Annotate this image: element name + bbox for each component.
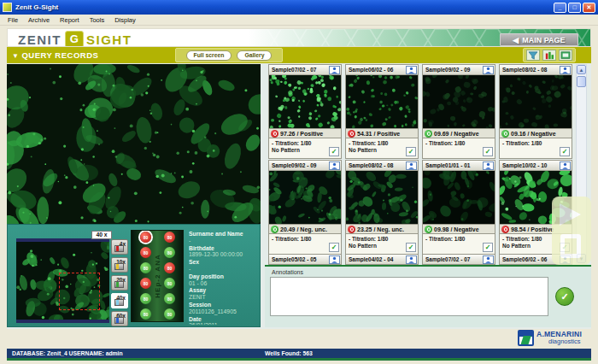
navigator-thumbnail[interactable]	[16, 238, 109, 323]
well-right-6[interactable]: 80	[164, 308, 175, 320]
objective-icon	[114, 263, 124, 270]
caret-down-icon[interactable]: ▼	[12, 52, 19, 60]
positive-status-icon	[348, 226, 355, 233]
well-right-1[interactable]: 80	[164, 232, 175, 243]
sample-card[interactable]: Sample06/02 - 0654.31 / Positive- Titrat…	[345, 64, 419, 159]
filter-icon[interactable]	[526, 50, 540, 61]
annotations-input[interactable]	[270, 277, 548, 316]
menu-display[interactable]: Display	[109, 15, 141, 25]
card-header: Sample09/02 - 09	[423, 65, 495, 75]
well-left-5[interactable]: 80	[140, 293, 151, 304]
menu-bar: FileArchiveReportToolsDisplay	[0, 15, 598, 26]
result-bar: 54.31 / Positive	[346, 128, 418, 138]
magnification-40x-button[interactable]: 40x	[111, 293, 128, 308]
confirm-check-icon[interactable]: ✓	[406, 147, 416, 156]
menu-report[interactable]: Report	[55, 15, 85, 25]
patient-icon[interactable]	[329, 255, 340, 264]
result-value: 09.69 / Negative	[434, 131, 479, 137]
patient-icon[interactable]	[329, 161, 340, 170]
card-header: Sample07/02 - 07	[269, 65, 341, 75]
logo-g: G	[65, 31, 84, 47]
patient-icon[interactable]	[406, 255, 417, 264]
patient-icon[interactable]	[406, 161, 417, 170]
confirm-check-icon[interactable]: ✓	[560, 147, 570, 156]
confirm-check-icon[interactable]: ✓	[483, 243, 493, 252]
patient-icon[interactable]	[560, 161, 571, 170]
confirm-check-icon[interactable]: ✓	[406, 243, 416, 252]
result-value: 54.31 / Positive	[357, 131, 400, 137]
sample-card[interactable]: Sample08/02 - 0823.25 / Neg. unc.- Titra…	[345, 160, 419, 255]
menu-file[interactable]: File	[3, 15, 23, 25]
well-right-3[interactable]: 80	[164, 262, 175, 273]
sample-card[interactable]: Sample09/02 - 0920.49 / Neg. unc.- Titra…	[268, 160, 342, 255]
well-right-4[interactable]: 80	[164, 278, 175, 289]
logo-zenit: ZENIT	[18, 32, 62, 47]
slide-wells-strip[interactable]: HEp-2 ANA 808080808080808080808080	[131, 230, 184, 322]
sample-card[interactable]: Sample09/02 - 0909.69 / Negative- Titrat…	[422, 64, 495, 159]
sample-card-partial[interactable]: Sample07/02 - 07	[422, 254, 495, 265]
patient-icon[interactable]	[560, 66, 571, 74]
magnification-60x-button[interactable]: 60x	[111, 311, 128, 326]
maximize-button[interactable]: □	[568, 3, 581, 13]
gallery-button[interactable]: Gallery	[237, 50, 272, 61]
sample-card[interactable]: Sample07/02 - 0797.26 / Positive- Titrat…	[268, 64, 342, 159]
patient-icon[interactable]	[406, 66, 417, 74]
confirm-check-icon[interactable]: ✓	[329, 147, 339, 156]
well-thumbnail[interactable]	[346, 171, 418, 224]
magnification-20x-button[interactable]: 20x	[111, 275, 128, 291]
sample-card-partial[interactable]: Sample05/02 - 05	[268, 254, 342, 265]
full-screen-button[interactable]: Full screen	[186, 50, 232, 61]
patient-field-value: -	[189, 238, 259, 244]
titration-text: - Titration: 1/80	[425, 140, 493, 147]
scroll-up-icon[interactable]: ▲	[577, 65, 586, 74]
negative-status-icon	[271, 226, 278, 233]
confirm-annotation-button[interactable]: ✓	[555, 287, 574, 306]
histogram-icon[interactable]	[542, 50, 556, 61]
menu-archive[interactable]: Archive	[23, 15, 55, 25]
well-thumbnail[interactable]	[269, 75, 341, 128]
screen-icon[interactable]	[559, 50, 572, 61]
assay-text: HEp-2 ANA	[154, 254, 161, 297]
header-band: ZENIT G SIGHT ◀ MAIN PAGE	[7, 28, 591, 47]
sample-card[interactable]: Sample08/02 - 0809.16 / Negative- Titrat…	[499, 64, 572, 159]
menu-tools[interactable]: Tools	[85, 15, 110, 25]
well-thumbnail[interactable]	[269, 171, 341, 224]
well-thumbnail[interactable]	[423, 75, 495, 128]
patient-icon[interactable]	[329, 66, 340, 74]
well-left-3[interactable]: 80	[140, 262, 151, 273]
patient-icon[interactable]	[483, 66, 494, 74]
back-arrow-icon: ◀	[513, 36, 519, 44]
well-thumbnail[interactable]	[346, 75, 418, 128]
sample-name: Sample06/02 - 06	[502, 256, 560, 262]
magnification-4x-button[interactable]: 4x	[111, 239, 128, 255]
well-thumbnail[interactable]	[500, 75, 572, 128]
patient-field-label: Session	[189, 302, 259, 308]
card-footer: - Titration: 1/80✓	[423, 234, 495, 254]
sample-card[interactable]: Sample01/01 - 0109.98 / Negative- Titrat…	[422, 160, 495, 255]
main-page-button[interactable]: ◀ MAIN PAGE	[500, 33, 578, 46]
well-right-5[interactable]: 80	[164, 293, 175, 304]
confirm-check-icon[interactable]: ✓	[329, 243, 339, 252]
scrollbar-thumb[interactable]	[577, 76, 586, 87]
patient-icon[interactable]	[483, 161, 494, 170]
close-button[interactable]: ✕	[583, 3, 595, 13]
well-left-1[interactable]: 80	[140, 232, 151, 243]
well-left-4[interactable]: 80	[140, 278, 151, 289]
result-value: 20.49 / Neg. unc.	[280, 226, 327, 232]
well-left-2[interactable]: 80	[140, 247, 151, 258]
current-magnification-label: 40 x	[91, 231, 112, 239]
well-left-6[interactable]: 80	[140, 308, 151, 320]
magnification-10x-button[interactable]: 10x	[111, 257, 128, 273]
card-header: Sample10/02 - 10	[500, 161, 572, 171]
result-value: 09.16 / Negative	[511, 131, 556, 137]
card-header: Sample06/02 - 06	[346, 65, 418, 75]
roi-selection-rectangle[interactable]	[59, 273, 100, 310]
patient-icon[interactable]	[483, 255, 494, 264]
minimize-button[interactable]: _	[554, 3, 566, 13]
result-bar: 09.16 / Negative	[500, 128, 572, 138]
well-right-2[interactable]: 80	[164, 247, 175, 258]
well-thumbnail[interactable]	[423, 171, 495, 224]
sample-card-partial[interactable]: Sample04/02 - 04	[345, 254, 419, 265]
confirm-check-icon[interactable]: ✓	[483, 147, 493, 156]
main-well-image[interactable]	[7, 64, 261, 224]
